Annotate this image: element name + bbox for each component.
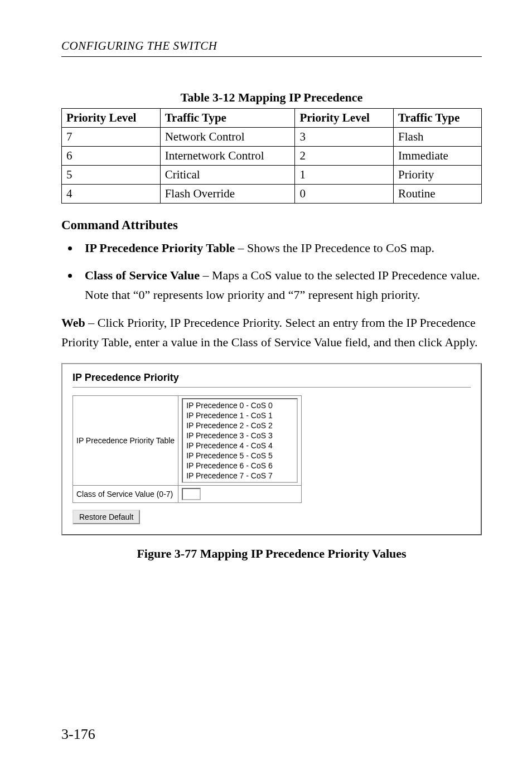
list-item: Class of Service Value – Maps a CoS valu… xyxy=(79,265,482,304)
web-lead: Web xyxy=(61,316,85,330)
table-row: 4 Flash Override 0 Routine xyxy=(62,185,482,204)
section-heading: Command Attributes xyxy=(61,218,482,233)
list-item: IP Precedence Priority Table – Shows the… xyxy=(79,238,482,258)
list-item-bold: IP Precedence Priority Table xyxy=(85,241,235,255)
listbox-item[interactable]: IP Precedence 4 - CoS 4 xyxy=(184,441,296,451)
ui-screenshot-box: IP Precedence Priority IP Precedence Pri… xyxy=(61,363,482,535)
table-cell: Flash xyxy=(394,128,482,147)
header-rule xyxy=(61,56,482,57)
table-header-cell: Traffic Type xyxy=(394,109,482,128)
listbox-item[interactable]: IP Precedence 5 - CoS 5 xyxy=(184,451,296,461)
listbox-item[interactable]: IP Precedence 0 - CoS 0 xyxy=(184,400,296,410)
web-paragraph: Web – Click Priority, IP Precedence Prio… xyxy=(61,313,482,352)
list-item-text: – Shows the IP Precedence to CoS map. xyxy=(235,241,434,255)
table-cell: 6 xyxy=(62,147,161,166)
ui-form-field-cell xyxy=(178,485,302,502)
figure-caption: Figure 3-77 Mapping IP Precedence Priori… xyxy=(61,546,482,561)
listbox-item[interactable]: IP Precedence 7 - CoS 7 xyxy=(184,471,296,481)
table-cell: Internetwork Control xyxy=(160,147,295,166)
precedence-table: Priority Level Traffic Type Priority Lev… xyxy=(61,108,482,204)
table-cell: 0 xyxy=(295,185,394,204)
precedence-listbox[interactable]: IP Precedence 0 - CoS 0 IP Precedence 1 … xyxy=(182,398,298,483)
listbox-item[interactable]: IP Precedence 2 - CoS 2 xyxy=(184,420,296,430)
page-number: 3-176 xyxy=(61,726,95,743)
ui-form-label: Class of Service Value (0-7) xyxy=(73,485,178,502)
running-header: CONFIGURING THE SWITCH xyxy=(61,39,482,53)
ui-form-field-cell: IP Precedence 0 - CoS 0 IP Precedence 1 … xyxy=(178,395,302,485)
table-cell: Routine xyxy=(394,185,482,204)
ui-form-row: Class of Service Value (0-7) xyxy=(73,485,302,502)
ui-form-row: IP Precedence Priority Table IP Preceden… xyxy=(73,395,302,485)
table-cell: 7 xyxy=(62,128,161,147)
table-cell: 1 xyxy=(295,166,394,185)
table-cell: 5 xyxy=(62,166,161,185)
table-header-cell: Traffic Type xyxy=(160,109,295,128)
table-header-cell: Priority Level xyxy=(62,109,161,128)
table-cell: 3 xyxy=(295,128,394,147)
listbox-item[interactable]: IP Precedence 3 - CoS 3 xyxy=(184,430,296,441)
table-row: 6 Internetwork Control 2 Immediate xyxy=(62,147,482,166)
table-cell: Flash Override xyxy=(160,185,295,204)
table-row: 5 Critical 1 Priority xyxy=(62,166,482,185)
attribute-list: IP Precedence Priority Table – Shows the… xyxy=(61,238,482,305)
restore-default-button[interactable]: Restore Default xyxy=(72,510,140,524)
table-header-row: Priority Level Traffic Type Priority Lev… xyxy=(62,109,482,128)
cos-value-input[interactable] xyxy=(182,488,201,500)
list-item-bold: Class of Service Value xyxy=(85,268,200,282)
table-cell: Network Control xyxy=(160,128,295,147)
web-rest: – Click Priority, IP Precedence Priority… xyxy=(61,316,477,349)
table-row: 7 Network Control 3 Flash xyxy=(62,128,482,147)
ui-panel-title: IP Precedence Priority xyxy=(72,372,471,384)
table-cell: Critical xyxy=(160,166,295,185)
table-cell: Priority xyxy=(394,166,482,185)
table-cell: 4 xyxy=(62,185,161,204)
listbox-item[interactable]: IP Precedence 1 - CoS 1 xyxy=(184,410,296,420)
listbox-item[interactable]: IP Precedence 6 - CoS 6 xyxy=(184,461,296,471)
ui-form-label: IP Precedence Priority Table xyxy=(73,395,178,485)
ui-form-table: IP Precedence Priority Table IP Preceden… xyxy=(72,395,302,503)
ui-divider xyxy=(72,387,471,388)
table-cell: Immediate xyxy=(394,147,482,166)
table-cell: 2 xyxy=(295,147,394,166)
table-caption: Table 3-12 Mapping IP Precedence xyxy=(61,90,482,105)
table-header-cell: Priority Level xyxy=(295,109,394,128)
